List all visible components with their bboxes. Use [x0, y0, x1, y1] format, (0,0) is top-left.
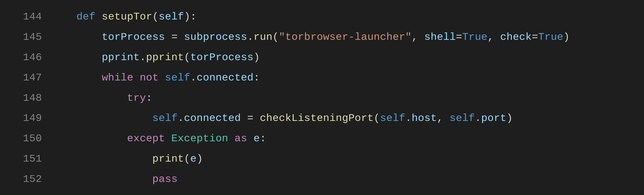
token: (: [184, 153, 190, 165]
code-content[interactable]: print(e): [51, 149, 644, 169]
line-number: 147: [0, 68, 51, 88]
code-line[interactable]: 151 print(e): [0, 149, 644, 169]
code-content[interactable]: self.connected = checkListeningPort(self…: [51, 108, 644, 128]
token: =: [532, 31, 538, 43]
token: connected: [184, 112, 241, 124]
token: [247, 132, 254, 144]
indent: [51, 173, 152, 185]
line-number: 150: [0, 128, 51, 149]
line-number: 144: [0, 7, 51, 27]
token: try: [127, 92, 146, 104]
token: "torbrowser-launcher": [279, 31, 412, 43]
code-line[interactable]: 144 def setupTor(self):: [0, 7, 644, 27]
token: (: [374, 112, 380, 124]
code-line[interactable]: 152 pass: [0, 169, 644, 189]
token: [165, 132, 172, 144]
indent: [51, 112, 152, 124]
code-content[interactable]: pprint.pprint(torProcess): [51, 47, 644, 68]
token: torProcess: [190, 51, 254, 63]
line-number: 148: [0, 88, 51, 108]
token: host: [412, 112, 437, 124]
token: torProcess: [102, 31, 165, 43]
token: :: [146, 92, 152, 104]
token: ,: [488, 31, 500, 43]
token: [241, 112, 247, 124]
token: checkListeningPort: [260, 112, 374, 124]
code-content[interactable]: torProcess = subprocess.run("torbrowser-…: [51, 27, 644, 47]
token: :: [254, 72, 260, 84]
token: self: [165, 72, 190, 84]
token: self: [450, 112, 475, 124]
token: port: [481, 112, 506, 124]
code-content[interactable]: except Exception as e:: [51, 128, 644, 149]
token: Exception: [171, 132, 228, 144]
token: [96, 11, 102, 23]
token: as: [234, 132, 247, 144]
token: ): [196, 153, 203, 165]
token: [228, 132, 234, 144]
token: print: [152, 153, 184, 165]
token: .: [247, 31, 254, 43]
code-content[interactable]: try:: [51, 88, 644, 108]
token: run: [254, 31, 272, 43]
token: :: [260, 132, 266, 144]
token: (: [184, 51, 190, 63]
token: not: [140, 72, 159, 84]
indent: [51, 153, 152, 165]
token: .: [405, 112, 412, 124]
indent: [51, 92, 127, 104]
token: ):: [184, 11, 196, 23]
token: pprint: [102, 51, 140, 63]
line-number: 151: [0, 149, 51, 169]
code-line[interactable]: 145 torProcess = subprocess.run("torbrow…: [0, 27, 644, 47]
token: self: [152, 112, 178, 124]
token: .: [178, 112, 184, 124]
code-line[interactable]: 148 try:: [0, 88, 644, 108]
token: [133, 72, 140, 84]
indent: [51, 51, 102, 63]
code-line[interactable]: 150 except Exception as e:: [0, 128, 644, 149]
indent: [51, 132, 127, 144]
indent: [51, 72, 102, 84]
token: self: [159, 11, 184, 23]
token: ): [506, 112, 513, 124]
token: [165, 31, 172, 43]
token: True: [538, 31, 564, 43]
token: (: [152, 11, 159, 23]
token: (: [272, 31, 279, 43]
token: =: [171, 31, 178, 43]
line-number: 152: [0, 169, 51, 189]
token: [254, 112, 260, 124]
code-line[interactable]: 149 self.connected = checkListeningPort(…: [0, 108, 644, 128]
token: True: [462, 31, 488, 43]
token: pass: [152, 173, 178, 185]
token: shell: [424, 31, 456, 43]
token: ): [254, 51, 260, 63]
token: while: [102, 72, 134, 84]
code-line[interactable]: 147 while not self.connected:: [0, 68, 644, 88]
token: e: [190, 153, 197, 165]
token: .: [475, 112, 481, 124]
token: subprocess: [184, 31, 247, 43]
code-content[interactable]: def setupTor(self):: [51, 7, 644, 27]
token: pprint: [146, 51, 184, 63]
line-number: 149: [0, 108, 51, 128]
code-editor[interactable]: 144 def setupTor(self):145 torProcess = …: [0, 0, 644, 195]
indent: [51, 11, 76, 23]
token: [178, 31, 184, 43]
code-content[interactable]: while not self.connected:: [51, 68, 644, 88]
token: except: [127, 132, 165, 144]
token: [159, 72, 165, 84]
line-number: 146: [0, 47, 51, 68]
token: ,: [412, 31, 424, 43]
token: ): [563, 31, 570, 43]
indent: [51, 31, 102, 43]
token: .: [140, 51, 146, 63]
token: setupTor: [102, 11, 152, 23]
code-line[interactable]: 146 pprint.pprint(torProcess): [0, 47, 644, 68]
code-content[interactable]: pass: [51, 169, 644, 189]
token: check: [500, 31, 532, 43]
line-number: 145: [0, 27, 51, 47]
token: self: [380, 112, 405, 124]
token: .: [190, 72, 197, 84]
